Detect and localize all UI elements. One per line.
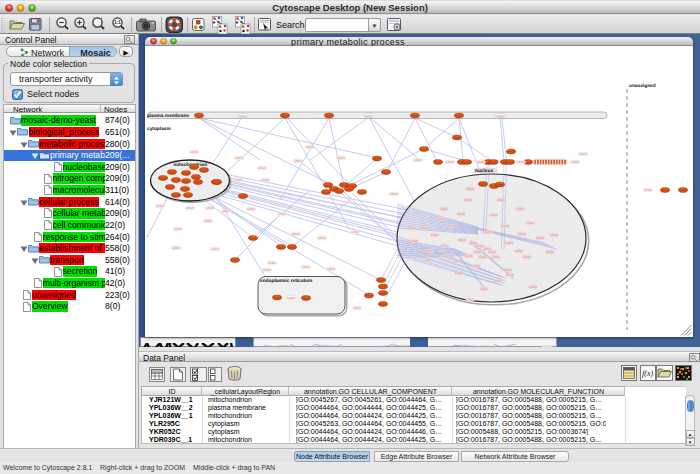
svg-text:Unkn: Unkn [234, 179, 242, 183]
svg-text:Unkn: Unkn [529, 286, 537, 290]
svg-text:Unkn: Unkn [337, 157, 345, 161]
svg-text:Unkn: Unkn [493, 280, 501, 284]
svg-text:Search:: Search: [276, 20, 307, 30]
svg-text:Unkn: Unkn [186, 207, 194, 211]
svg-text:Unkn: Unkn [523, 256, 531, 260]
svg-text:Unkn: Unkn [318, 237, 326, 241]
svg-text:Unkn: Unkn [258, 167, 266, 171]
svg-text:Unkn: Unkn [425, 259, 433, 263]
svg-text:Unkn: Unkn [550, 234, 558, 238]
svg-text:Unkn: Unkn [437, 218, 445, 222]
svg-text:Unkn: Unkn [190, 151, 198, 155]
svg-text:Unkn: Unkn [420, 227, 428, 231]
svg-text:unassigned: unassigned [629, 83, 656, 89]
svg-text:Unkn: Unkn [477, 161, 485, 165]
svg-text:Unkn: Unkn [414, 159, 422, 163]
svg-text:Unkn: Unkn [172, 247, 180, 251]
svg-text:Unkn: Unkn [239, 114, 247, 118]
svg-text:Unkn: Unkn [442, 255, 450, 259]
svg-text:Unkn: Unkn [263, 269, 271, 273]
svg-text:Unkn: Unkn [446, 161, 454, 165]
svg-text:Unkn: Unkn [448, 225, 456, 229]
svg-text:Unkn: Unkn [516, 208, 524, 212]
svg-text:Unkn: Unkn [579, 153, 587, 157]
svg-text:Unkn: Unkn [526, 222, 534, 226]
svg-text:Unkn: Unkn [211, 248, 219, 252]
svg-text:Unkn: Unkn [408, 227, 416, 231]
svg-text:Unkn: Unkn [410, 240, 418, 244]
svg-text:Unkn: Unkn [440, 245, 448, 249]
svg-text:1:1: 1:1 [114, 20, 121, 25]
svg-text:f(x): f(x) [642, 369, 653, 378]
svg-text:Unkn: Unkn [425, 250, 433, 254]
svg-text:Unkn: Unkn [156, 205, 164, 209]
svg-text:Unkn: Unkn [247, 208, 255, 212]
svg-text:Unkn: Unkn [497, 199, 505, 203]
svg-text:nucleus: nucleus [475, 168, 493, 174]
svg-text:Unkn: Unkn [261, 179, 269, 183]
svg-text:Unkn: Unkn [206, 207, 214, 211]
svg-text:Unkn: Unkn [351, 231, 359, 235]
svg-text:Unkn: Unkn [268, 262, 276, 266]
svg-text:Unkn: Unkn [496, 114, 504, 118]
svg-text:endoplasmic reticulum: endoplasmic reticulum [260, 278, 312, 284]
svg-text:Unkn: Unkn [571, 161, 579, 165]
svg-text:Unkn: Unkn [204, 220, 212, 224]
svg-text:Unkn: Unkn [464, 199, 472, 203]
svg-text:Unkn: Unkn [235, 157, 243, 161]
svg-text:Unkn: Unkn [488, 251, 496, 255]
svg-text:Unkn: Unkn [466, 299, 474, 303]
svg-text:Unkn: Unkn [644, 189, 652, 193]
svg-text:Unkn: Unkn [517, 161, 525, 165]
svg-text:Unkn: Unkn [302, 266, 310, 270]
svg-text:Unkn: Unkn [455, 272, 463, 276]
svg-text:Unkn: Unkn [292, 233, 300, 237]
svg-text:Unkn: Unkn [222, 210, 230, 214]
svg-text:Unkn: Unkn [536, 237, 544, 241]
svg-text:Unkn: Unkn [353, 307, 361, 311]
svg-text:Unkn: Unkn [278, 213, 286, 217]
svg-text:Unkn: Unkn [390, 193, 398, 197]
svg-text:Unkn: Unkn [458, 239, 466, 243]
svg-text:Unkn: Unkn [287, 296, 295, 300]
svg-text:Unkn: Unkn [474, 251, 482, 255]
svg-text:Unkn: Unkn [440, 208, 448, 212]
svg-text:Unkn: Unkn [480, 288, 488, 292]
svg-text:Unkn: Unkn [174, 228, 182, 232]
svg-text:Unkn: Unkn [505, 242, 513, 246]
svg-text:Unkn: Unkn [518, 233, 526, 237]
svg-text:Unkn: Unkn [479, 256, 487, 260]
svg-text:Unkn: Unkn [466, 188, 474, 192]
svg-text:Unkn: Unkn [472, 265, 480, 269]
svg-text:Unkn: Unkn [454, 260, 462, 264]
svg-text:Unkn: Unkn [294, 160, 302, 164]
svg-text:Unkn: Unkn [457, 213, 465, 217]
svg-text:Unkn: Unkn [485, 231, 493, 235]
svg-text:Unkn: Unkn [501, 225, 509, 229]
svg-text:plasma membrane: plasma membrane [147, 113, 189, 119]
svg-text:Unkn: Unkn [431, 234, 439, 238]
svg-text:Unkn: Unkn [465, 255, 473, 259]
svg-text:Unkn: Unkn [506, 274, 514, 278]
svg-text:Unkn: Unkn [492, 256, 500, 260]
svg-text:Unkn: Unkn [365, 114, 373, 118]
svg-text:Unkn: Unkn [327, 268, 335, 272]
svg-text:Unkn: Unkn [504, 269, 512, 273]
svg-text:Unkn: Unkn [490, 214, 498, 218]
svg-text:Unkn: Unkn [546, 251, 554, 255]
svg-text:Unkn: Unkn [306, 146, 314, 150]
svg-text:cytoplasm: cytoplasm [147, 126, 171, 132]
svg-text:Unkn: Unkn [515, 250, 523, 254]
